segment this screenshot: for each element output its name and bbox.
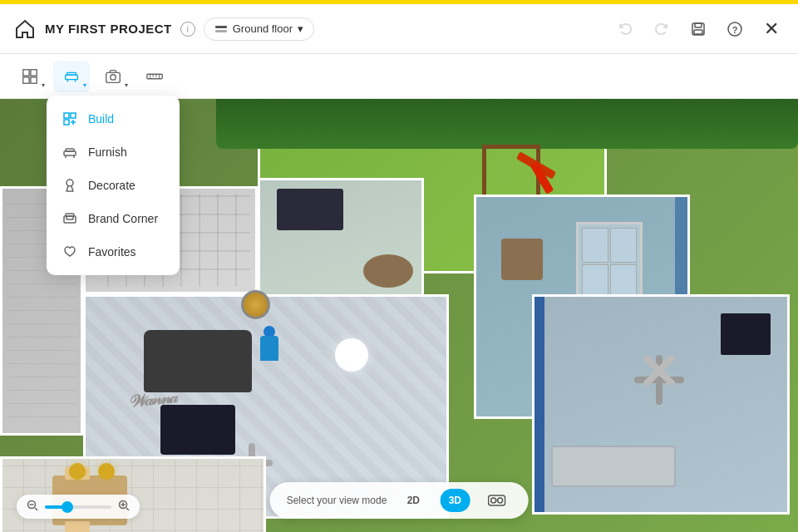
person: [260, 326, 278, 363]
hedge-area: [216, 99, 798, 149]
save-icon: [690, 21, 707, 37]
camera-tool-icon: [104, 67, 122, 86]
info-icon[interactable]: i: [180, 22, 195, 37]
svg-rect-4: [694, 30, 702, 34]
zoom-controls: [17, 495, 140, 519]
build-icon: [62, 111, 78, 127]
furnish-label: Furnish: [88, 145, 127, 159]
svg-point-31: [66, 180, 73, 186]
camera-tool-button[interactable]: ▾: [95, 61, 131, 92]
svg-point-16: [111, 74, 116, 79]
room-top-center: [258, 178, 424, 307]
close-button[interactable]: ✕: [758, 16, 785, 42]
zoom-in-icon[interactable]: [118, 500, 130, 514]
furniture-tool-icon: [62, 67, 81, 86]
camera-chevron: ▾: [125, 81, 128, 89]
svg-rect-12: [67, 72, 76, 75]
save-button[interactable]: [685, 16, 712, 42]
svg-rect-23: [71, 113, 76, 118]
sofa: [144, 330, 252, 392]
menu-item-decorate[interactable]: Decorate: [47, 169, 180, 202]
floor-selector[interactable]: Ground floor ▾: [204, 17, 314, 41]
svg-line-43: [126, 508, 129, 510]
svg-rect-0: [215, 26, 227, 28]
floor-label: Ground floor: [233, 22, 293, 35]
lamp: [335, 338, 368, 372]
furniture-chevron: ▾: [83, 81, 86, 89]
zoom-slider[interactable]: [45, 505, 111, 509]
header: MY FIRST PROJECT i Ground floor ▾: [0, 4, 798, 54]
brand-corner-icon: [62, 210, 78, 227]
favorites-label: Favorites: [88, 245, 136, 259]
furniture-tool-button[interactable]: ▾: [53, 61, 90, 92]
floorplan-tool-icon: [21, 67, 39, 86]
svg-rect-9: [23, 76, 29, 82]
redo-icon: [653, 21, 670, 37]
svg-rect-3: [695, 23, 702, 27]
room-far-right: [532, 294, 790, 515]
menu-item-brand-corner[interactable]: Brand Corner: [47, 202, 180, 235]
furnish-icon: [62, 144, 78, 160]
view-mode-label: Select your view mode: [287, 495, 387, 506]
svg-text:?: ?: [732, 24, 738, 34]
svg-point-37: [490, 498, 495, 503]
decorate-label: Decorate: [88, 179, 135, 192]
build-label: Build: [88, 112, 114, 126]
view-mode-selector: Select your view mode 2D 3D: [270, 482, 529, 519]
redo-button[interactable]: [648, 16, 675, 42]
svg-rect-35: [66, 214, 74, 216]
toolbar: ▾ ▾ ▾: [0, 54, 798, 99]
svg-rect-11: [66, 75, 78, 80]
favorites-icon: [62, 244, 78, 260]
measure-tool-button[interactable]: [136, 61, 173, 92]
menu-item-favorites[interactable]: Favorites: [47, 235, 180, 268]
svg-rect-1: [215, 30, 227, 32]
ceiling-fan-2: [618, 338, 701, 421]
floorplan-chevron: ▾: [42, 81, 45, 89]
svg-line-40: [35, 508, 37, 510]
svg-point-38: [497, 498, 502, 503]
zoom-out-icon[interactable]: [27, 500, 38, 514]
svg-rect-17: [147, 74, 162, 79]
undo-button[interactable]: [612, 16, 638, 42]
svg-rect-10: [31, 76, 37, 82]
svg-rect-8: [31, 69, 37, 75]
project-title: MY FIRST PROJECT: [45, 22, 172, 36]
menu-item-furnish[interactable]: Furnish: [47, 135, 180, 169]
header-left: MY FIRST PROJECT i Ground floor ▾: [13, 17, 612, 41]
mirror: [241, 290, 270, 319]
toolbar-dropdown-menu: Build Furnish Decorate: [47, 96, 180, 275]
floorplan-tool-button[interactable]: ▾: [12, 61, 48, 92]
help-button[interactable]: ?: [722, 16, 748, 42]
menu-item-build[interactable]: Build: [47, 102, 180, 135]
view-2d-button[interactable]: 2D: [398, 489, 428, 512]
decorate-icon: [62, 177, 78, 194]
svg-rect-24: [64, 120, 69, 125]
brand-corner-label: Brand Corner: [88, 212, 158, 225]
svg-rect-7: [23, 69, 29, 75]
svg-rect-22: [64, 113, 69, 118]
floor-layers-icon: [214, 22, 228, 36]
header-right: ? ✕: [612, 16, 785, 42]
floor-chevron: ▾: [298, 22, 303, 35]
undo-icon: [617, 21, 633, 37]
measure-tool-icon: [145, 67, 164, 86]
zoom-thumb[interactable]: [62, 501, 73, 513]
help-icon: ?: [727, 21, 743, 37]
view-vr-button[interactable]: [481, 489, 511, 512]
svg-rect-28: [66, 149, 74, 151]
house-icon: [13, 17, 37, 41]
view-3d-button[interactable]: 3D: [440, 489, 470, 512]
